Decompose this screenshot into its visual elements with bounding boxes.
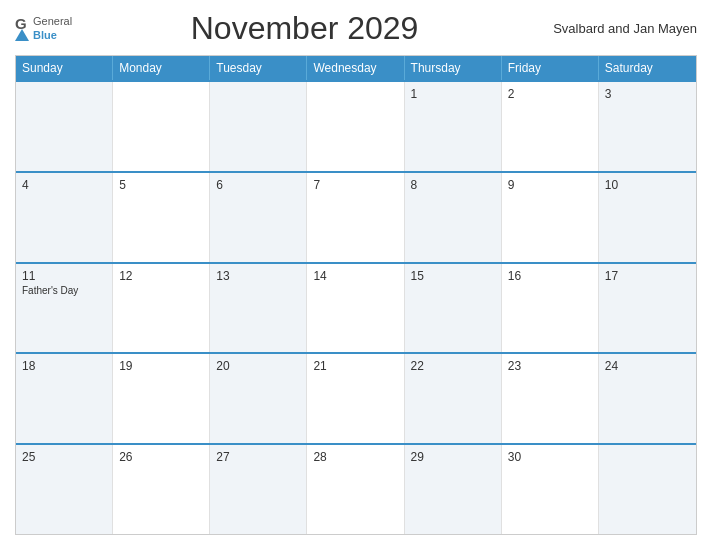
day-cell: 4 <box>16 173 113 262</box>
logo-blue: Blue <box>33 29 72 42</box>
day-cell: 27 <box>210 445 307 534</box>
logo-general: General <box>33 15 72 28</box>
day-number: 17 <box>605 269 690 283</box>
day-cell: 30 <box>502 445 599 534</box>
day-number: 18 <box>22 359 106 373</box>
day-cell: 21 <box>307 354 404 443</box>
day-headers-row: SundayMondayTuesdayWednesdayThursdayFrid… <box>16 56 696 80</box>
day-cell: 5 <box>113 173 210 262</box>
day-cell <box>307 82 404 171</box>
week-row-5: 252627282930 <box>16 443 696 534</box>
day-number: 30 <box>508 450 592 464</box>
day-cell: 9 <box>502 173 599 262</box>
day-header-tuesday: Tuesday <box>210 56 307 80</box>
day-number: 11 <box>22 269 106 283</box>
day-cell: 6 <box>210 173 307 262</box>
day-cell: 8 <box>405 173 502 262</box>
calendar-grid: SundayMondayTuesdayWednesdayThursdayFrid… <box>15 55 697 535</box>
day-cell: 26 <box>113 445 210 534</box>
day-header-friday: Friday <box>502 56 599 80</box>
day-cell: 2 <box>502 82 599 171</box>
day-cell: 11Father's Day <box>16 264 113 353</box>
day-number: 24 <box>605 359 690 373</box>
day-cell: 13 <box>210 264 307 353</box>
day-header-monday: Monday <box>113 56 210 80</box>
day-number: 27 <box>216 450 300 464</box>
day-cell: 1 <box>405 82 502 171</box>
day-cell: 18 <box>16 354 113 443</box>
week-row-1: 123 <box>16 80 696 171</box>
day-number: 29 <box>411 450 495 464</box>
day-cell: 14 <box>307 264 404 353</box>
logo-icon: G <box>15 16 29 41</box>
day-number: 15 <box>411 269 495 283</box>
day-number: 2 <box>508 87 592 101</box>
day-number: 9 <box>508 178 592 192</box>
day-number: 20 <box>216 359 300 373</box>
day-number: 12 <box>119 269 203 283</box>
day-cell: 29 <box>405 445 502 534</box>
day-cell: 22 <box>405 354 502 443</box>
logo-triangle <box>15 29 29 41</box>
day-number: 8 <box>411 178 495 192</box>
day-cell: 24 <box>599 354 696 443</box>
day-number: 23 <box>508 359 592 373</box>
day-cell: 20 <box>210 354 307 443</box>
calendar-container: G General Blue November 2029 Svalbard an… <box>0 0 712 550</box>
day-cell: 12 <box>113 264 210 353</box>
day-cell: 17 <box>599 264 696 353</box>
day-number: 14 <box>313 269 397 283</box>
day-cell: 25 <box>16 445 113 534</box>
day-number: 22 <box>411 359 495 373</box>
day-header-sunday: Sunday <box>16 56 113 80</box>
day-header-wednesday: Wednesday <box>307 56 404 80</box>
day-header-saturday: Saturday <box>599 56 696 80</box>
day-number: 21 <box>313 359 397 373</box>
logo-text: General Blue <box>33 15 72 41</box>
day-cell: 3 <box>599 82 696 171</box>
day-cell: 7 <box>307 173 404 262</box>
day-event: Father's Day <box>22 285 106 296</box>
weeks: 1234567891011Father's Day121314151617181… <box>16 80 696 534</box>
day-cell <box>210 82 307 171</box>
calendar-header: G General Blue November 2029 Svalbard an… <box>15 10 697 47</box>
week-row-2: 45678910 <box>16 171 696 262</box>
day-cell: 19 <box>113 354 210 443</box>
region-label: Svalbard and Jan Mayen <box>537 21 697 36</box>
day-number: 19 <box>119 359 203 373</box>
day-cell: 23 <box>502 354 599 443</box>
day-number: 5 <box>119 178 203 192</box>
day-cell <box>599 445 696 534</box>
month-title: November 2029 <box>72 10 537 47</box>
day-number: 13 <box>216 269 300 283</box>
day-number: 25 <box>22 450 106 464</box>
day-number: 4 <box>22 178 106 192</box>
day-cell: 10 <box>599 173 696 262</box>
week-row-4: 18192021222324 <box>16 352 696 443</box>
day-number: 7 <box>313 178 397 192</box>
week-row-3: 11Father's Day121314151617 <box>16 262 696 353</box>
day-number: 16 <box>508 269 592 283</box>
day-header-thursday: Thursday <box>405 56 502 80</box>
day-number: 3 <box>605 87 690 101</box>
day-cell: 16 <box>502 264 599 353</box>
day-number: 10 <box>605 178 690 192</box>
day-number: 28 <box>313 450 397 464</box>
day-cell <box>113 82 210 171</box>
day-number: 6 <box>216 178 300 192</box>
logo: G General Blue <box>15 15 72 41</box>
day-cell: 28 <box>307 445 404 534</box>
day-cell: 15 <box>405 264 502 353</box>
day-number: 1 <box>411 87 495 101</box>
day-cell <box>16 82 113 171</box>
day-number: 26 <box>119 450 203 464</box>
